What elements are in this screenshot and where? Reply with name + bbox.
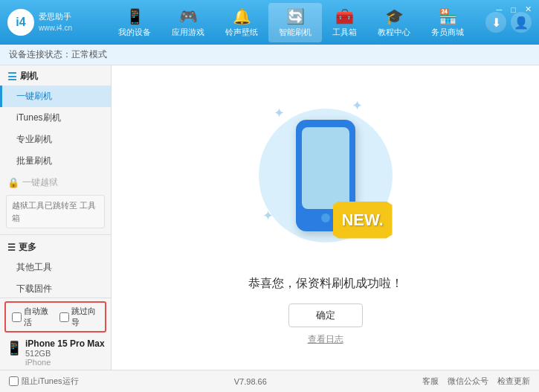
nav-smart-flash[interactable]: 🔄 智能刷机 [268,3,322,42]
sidebar-item-itunes-flash[interactable]: iTunes刷机 [0,107,111,129]
footer: 阻止iTunes运行 V7.98.66 客服 微信公众号 检查更新 [0,370,539,392]
logo-icon: i4 [7,9,34,36]
nav-toolbox[interactable]: 🧰 工具箱 [322,3,367,42]
auto-activate-label: 自动激活 [24,306,52,328]
device-type: iPhone [25,358,105,367]
breadcrumb-text: 设备连接状态：正常模式 [9,48,107,61]
sidebar-jailbreak-label: 一键越狱 [22,176,58,189]
tutorial-icon: 🎓 [385,7,404,25]
guide-label: 跳过向导 [71,306,100,328]
footer-link-homepage[interactable]: 客服 [422,376,439,387]
sidebar-item-other-tools[interactable]: 其他工具 [0,257,111,278]
sparkle-2: ✦ [352,97,363,114]
ringtone-icon: 🔔 [233,7,251,25]
footer-right: 客服 微信公众号 检查更新 [422,376,530,387]
business-icon: 🏪 [439,7,457,25]
device-info: iPhone 15 Pro Max 512GB iPhone [25,338,105,367]
nav-apps-games[interactable]: 🎮 应用游戏 [161,3,215,42]
device-phone-icon: 📱 [6,340,22,356]
version-label: V7.98.66 [234,377,267,386]
phone-illustration: ✦ ✦ ✦ NEW. [251,90,400,261]
apps-icon: 🎮 [179,7,198,25]
logo-area: i4 爱思助手 www.i4.cn [7,9,97,36]
breadcrumb: 设备连接状态：正常模式 [0,45,539,65]
close-button[interactable]: ✕ [522,3,535,16]
new-badge: NEW. [333,202,393,239]
nav-business[interactable]: 🏪 务员商城 [421,3,474,42]
header: i4 爱思助手 www.i4.cn 📱 我的设备 🎮 应用游戏 🔔 铃声壁纸 🔄… [0,0,539,45]
sparkle-3: ✦ [262,208,274,224]
itunes-block-checkbox[interactable] [9,376,19,386]
footer-link-update[interactable]: 检查更新 [497,376,530,387]
phone-home-button [321,213,330,222]
phone-screen [302,127,349,209]
more-section-icon: ☰ [7,242,16,253]
logo-initials: i4 [16,16,25,29]
nav-toolbox-label: 工具箱 [332,27,357,38]
notice-box: 越狱工具已跳转至 工具箱 [6,195,105,228]
auto-activate-item[interactable]: 自动激活 [12,306,52,328]
footer-left: 阻止iTunes运行 [9,376,79,387]
window-controls: ─ □ ✕ [494,3,535,16]
confirm-button[interactable]: 确定 [288,303,363,327]
content-area: ✦ ✦ ✦ NEW. 恭喜您，保资料刷机成功啦！ 确定 查看日志 [112,65,539,370]
auto-activate-checkbox[interactable] [12,312,22,322]
nav-apps-games-label: 应用游戏 [172,27,204,38]
minimize-button[interactable]: ─ [494,4,506,16]
nav-smart-flash-label: 智能刷机 [279,27,312,38]
nav-bar: 📱 我的设备 🎮 应用游戏 🔔 铃声壁纸 🔄 智能刷机 🧰 工具箱 🎓 教程中心… [97,3,485,42]
nav-business-label: 务员商城 [431,27,464,38]
itunes-label: 阻止iTunes运行 [22,376,79,387]
guide-checkbox[interactable] [59,312,69,322]
sidebar-item-one-key-flash[interactable]: 一键刷机 [0,86,111,107]
nav-ringtone-label: 铃声壁纸 [225,27,258,38]
sidebar-more-label: 更多 [19,241,36,254]
device-capacity: 512GB [25,349,105,358]
sidebar-itunes-label: iTunes刷机 [16,112,61,123]
checkbox-row: 自动激活 跳过向导 [4,301,106,332]
sidebar-batch-label: 批量刷机 [16,155,52,166]
sidebar-download-label: 下载固件 [16,283,52,294]
device-row: 📱 iPhone 15 Pro Max 512GB iPhone [0,335,111,370]
footer-link-wechat[interactable]: 微信公众号 [448,376,488,387]
confirm-btn-label: 确定 [316,309,335,322]
guide-item[interactable]: 跳过向导 [59,306,100,328]
nav-tutorial-label: 教程中心 [378,27,410,38]
flash-section-icon: ☰ [7,71,17,83]
logo-text: 爱思助手 www.i4.cn [39,11,72,33]
sidebar-flash-label: 刷机 [20,70,38,83]
sidebar-other-tools-label: 其他工具 [16,262,52,272]
nav-tutorial[interactable]: 🎓 教程中心 [367,3,421,42]
sidebar-one-key-label: 一键刷机 [16,91,52,101]
sidebar-item-pro-flash[interactable]: 专业刷机 [0,129,111,150]
toolbox-icon: 🧰 [335,7,354,25]
sidebar-item-download-firmware[interactable]: 下载固件 [0,278,111,300]
nav-ringtone[interactable]: 🔔 铃声壁纸 [215,3,268,42]
sidebar-bottom: 自动激活 跳过向导 📱 iPhone 15 Pro Max 512GB iPho… [0,298,112,370]
lock-icon: 🔒 [7,177,19,188]
sidebar-more-header: ☰ 更多 [0,234,111,257]
sidebar-pro-label: 专业刷机 [16,134,52,144]
device-name: iPhone 15 Pro Max [25,338,105,349]
flash-icon: 🔄 [286,7,305,25]
success-message: 恭喜您，保资料刷机成功啦！ [248,276,403,292]
sidebar-disabled-jailbreak: 🔒 一键越狱 [0,172,111,192]
notice-text: 越狱工具已跳转至 工具箱 [12,201,96,222]
nav-my-device-label: 我的设备 [118,27,151,38]
sidebar-item-batch-flash[interactable]: 批量刷机 [0,150,111,172]
sidebar-flash-header: ☰ 刷机 [0,65,111,86]
new-badge-text: NEW. [341,211,383,230]
device-icon: 📱 [126,7,144,25]
nav-my-device[interactable]: 📱 我的设备 [108,3,161,42]
maximize-button[interactable]: □ [508,4,519,16]
sparkle-1: ✦ [274,105,285,121]
log-link[interactable]: 查看日志 [308,333,343,346]
footer-center: V7.98.66 [79,377,422,386]
